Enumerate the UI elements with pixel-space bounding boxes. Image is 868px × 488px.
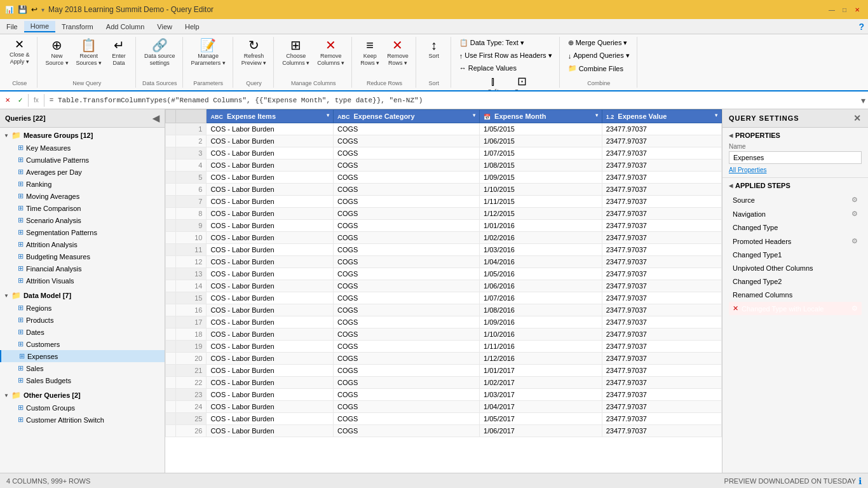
menu-help[interactable]: Help [179,22,206,32]
gear-icon[interactable]: ⚙ [851,237,858,245]
replace-values-button[interactable]: ↔ Replace Values [456,62,555,74]
sidebar-item-regions[interactable]: ⊞ Regions [0,302,165,314]
sidebar-item-expenses[interactable]: ⊞ Expenses [0,350,165,362]
table-row[interactable]: 2COS - Labor BurdenCOGS1/06/201523477.97… [166,135,722,147]
manage-parameters-button[interactable]: 📝 ManageParameters ▾ [188,37,229,69]
sidebar-item-dates[interactable]: ⊞ Dates [0,326,165,338]
formula-cancel-button[interactable]: ✕ [3,95,13,105]
tree-group-data-model-header[interactable]: ▼ 📁 Data Model [7] [0,289,165,302]
gear-icon[interactable]: ⚙ [851,210,858,218]
col-expense-month[interactable]: 📅 Expense Month ▾ [480,110,602,123]
sidebar-item-key-measures[interactable]: ⊞ Key Measures [0,142,165,154]
table-row[interactable]: 5COS - Labor BurdenCOGS1/09/201523477.97… [166,172,722,184]
tree-group-other-queries-header[interactable]: ▼ 📁 Other Queries [2] [0,389,165,402]
sidebar-item-cumulative-patterns[interactable]: ⊞ Cumulative Patterns [0,154,165,166]
menu-transform[interactable]: Transform [55,22,100,32]
table-row[interactable]: 20COS - Labor BurdenCOGS1/12/201623477.9… [166,353,722,365]
table-row[interactable]: 14COS - Labor BurdenCOGS1/06/201623477.9… [166,280,722,292]
append-queries-button[interactable]: ↓ Append Queries ▾ [565,50,633,62]
sidebar-item-scenario-analysis[interactable]: ⊞ Scenario Analysis [0,214,165,226]
table-row[interactable]: 18COS - Labor BurdenCOGS1/10/201623477.9… [166,329,722,341]
step-item-navigation[interactable]: Navigation⚙ [729,207,862,220]
sidebar-item-custom-groups[interactable]: ⊞ Custom Groups [0,402,165,414]
data-type-button[interactable]: 📋 Data Type: Text ▾ [456,37,555,49]
col-expense-items[interactable]: ABC Expense Items ▾ [207,110,334,123]
formula-expand-button[interactable]: ▾ [861,95,865,105]
step-item-unpivoted-other-columns[interactable]: Unpivoted Other Columns [729,262,862,274]
minimize-button[interactable]: — [826,4,837,15]
sidebar-item-products[interactable]: ⊞ Products [0,314,165,326]
expense-value-dropdown[interactable]: ▾ [715,112,717,118]
table-row[interactable]: 10COS - Labor BurdenCOGS1/02/201623477.9… [166,232,722,244]
new-source-button[interactable]: ⊕ NewSource ▾ [43,37,72,69]
refresh-preview-button[interactable]: ↻ RefreshPreview ▾ [238,37,270,69]
data-grid[interactable]: ABC Expense Items ▾ ABC Expense Category… [165,109,722,473]
table-row[interactable]: 4COS - Labor BurdenCOGS1/08/201523477.97… [166,159,722,172]
recent-sources-button[interactable]: 📋 RecentSources ▾ [73,37,105,69]
table-row[interactable]: 26COS - Labor BurdenCOGS1/06/201723477.9… [166,425,722,437]
gear-icon[interactable]: ⚙ [851,196,858,204]
sidebar-item-budgeting-measures[interactable]: ⊞ Budgeting Measures [0,250,165,262]
sidebar-item-moving-averages[interactable]: ⊞ Moving Averages [0,190,165,202]
table-row[interactable]: 21COS - Labor BurdenCOGS1/01/201723477.9… [166,365,722,377]
remove-rows-button[interactable]: ✕ RemoveRows ▾ [384,37,412,69]
expense-items-dropdown[interactable]: ▾ [327,112,329,118]
table-row[interactable]: 8COS - Labor BurdenCOGS1/12/201523477.97… [166,208,722,220]
sidebar-collapse-button[interactable]: ◀ [153,113,159,123]
sidebar-item-ranking[interactable]: ⊞ Ranking [0,178,165,190]
col-expense-value[interactable]: 1.2 Expense Value ▾ [602,110,721,123]
sidebar-item-sales[interactable]: ⊞ Sales [0,362,165,374]
sidebar-item-segmentation-patterns[interactable]: ⊞ Segmentation Patterns [0,226,165,238]
table-row[interactable]: 9COS - Labor BurdenCOGS1/01/201623477.97… [166,220,722,232]
help-button[interactable]: ? [855,20,868,33]
sidebar-item-sales-budgets[interactable]: ⊞ Sales Budgets [0,374,165,386]
table-row[interactable]: 22COS - Labor BurdenCOGS1/02/201723477.9… [166,377,722,389]
table-row[interactable]: 19COS - Labor BurdenCOGS1/11/201623477.9… [166,341,722,353]
split-column-button[interactable]: ⫿ SplitColumn ▾ [478,74,509,92]
table-row[interactable]: 13COS - Labor BurdenCOGS1/05/201623477.9… [166,268,722,280]
sidebar-item-attrition-analysis[interactable]: ⊞ Attrition Analysis [0,238,165,250]
step-item-changed-type[interactable]: Changed Type [729,221,862,234]
table-row[interactable]: 3COS - Labor BurdenCOGS1/07/201523477.97… [166,147,722,159]
name-value[interactable]: Expenses [729,151,862,164]
table-row[interactable]: 17COS - Labor BurdenCOGS1/09/201623477.9… [166,316,722,329]
enter-data-button[interactable]: ↵ EnterData [106,37,132,69]
close-button[interactable]: ✕ [851,4,863,15]
table-row[interactable]: 15COS - Labor BurdenCOGS1/07/201623477.9… [166,292,722,304]
step-item-changed-type1[interactable]: Changed Type1 [729,248,862,261]
expense-category-dropdown[interactable]: ▾ [473,112,475,118]
data-source-settings-button[interactable]: 🔗 Data sourcesettings [141,37,179,69]
table-row[interactable]: 11COS - Labor BurdenCOGS1/03/201623477.9… [166,244,722,256]
close-apply-button[interactable]: ✕ Close &Apply ▾ [6,37,33,67]
formula-confirm-button[interactable]: ✓ [15,95,25,105]
menu-add-column[interactable]: Add Column [100,22,151,32]
step-item-changed-type-with-locale[interactable]: ✕Changed Type with Locale⚙ [729,302,862,315]
query-settings-close-button[interactable]: ✕ [853,113,862,123]
step-item-renamed-columns[interactable]: Renamed Columns [729,288,862,301]
sidebar-item-averages-per-day[interactable]: ⊞ Averages per Day [0,166,165,178]
formula-expression[interactable]: = Table.TransformColumnTypes(#"Renamed C… [47,95,858,105]
menu-home[interactable]: Home [24,21,55,32]
status-help-icon[interactable]: ℹ [858,476,862,486]
step-item-source[interactable]: Source⚙ [729,193,862,207]
keep-rows-button[interactable]: ≡ KeepRows ▾ [357,37,383,69]
all-properties-link[interactable]: All Properties [729,166,862,173]
step-item-promoted-headers[interactable]: Promoted Headers⚙ [729,234,862,248]
table-row[interactable]: 16COS - Labor BurdenCOGS1/08/201623477.9… [166,304,722,316]
sidebar-item-time-comparison[interactable]: ⊞ Time Comparison [0,202,165,214]
table-row[interactable]: 1COS - Labor BurdenCOGS1/05/201523477.97… [166,123,722,135]
sidebar-item-financial-analysis[interactable]: ⊞ Financial Analysis [0,262,165,274]
choose-columns-button[interactable]: ⊞ ChooseColumns ▾ [279,37,313,69]
col-expense-category[interactable]: ABC Expense Category ▾ [333,110,479,123]
remove-columns-button[interactable]: ✕ RemoveColumns ▾ [314,37,348,69]
window-controls[interactable]: — □ ✕ [826,4,863,15]
step-item-changed-type2[interactable]: Changed Type2 [729,275,862,288]
table-row[interactable]: 25COS - Labor BurdenCOGS1/05/201723477.9… [166,413,722,425]
tree-group-measure-groups-header[interactable]: ▼ 📁 Measure Groups [12] [0,129,165,142]
table-row[interactable]: 23COS - Labor BurdenCOGS1/03/201723477.9… [166,389,722,401]
combine-files-button[interactable]: 📁 Combine Files [565,62,633,74]
table-row[interactable]: 12COS - Labor BurdenCOGS1/04/201623477.9… [166,256,722,268]
sidebar-item-customer-attrition[interactable]: ⊞ Customer Attrition Switch [0,414,165,426]
gear-icon[interactable]: ⚙ [851,304,858,313]
menu-file[interactable]: File [0,22,24,32]
